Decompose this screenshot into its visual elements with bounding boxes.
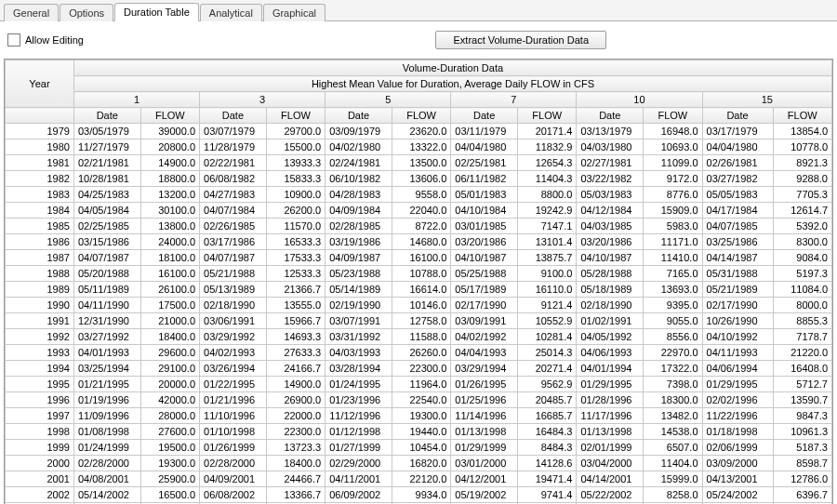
flow-cell: 13933.3 bbox=[266, 155, 325, 171]
flow-cell: 29600.0 bbox=[140, 345, 199, 361]
flow-cell: 20271.4 bbox=[518, 361, 577, 377]
date-cell: 05/17/1989 bbox=[451, 282, 518, 298]
flow-cell: 27633.3 bbox=[266, 345, 325, 361]
date-cell: 04/03/1980 bbox=[577, 139, 644, 155]
date-cell: 02/29/2000 bbox=[326, 456, 392, 471]
checkbox-icon bbox=[7, 33, 20, 46]
flow-header: FLOW bbox=[644, 108, 702, 124]
flow-cell: 22120.0 bbox=[392, 471, 450, 487]
flow-cell: 21000.0 bbox=[140, 313, 199, 329]
flow-cell: 11832.9 bbox=[518, 139, 577, 155]
date-cell: 02/26/1985 bbox=[200, 219, 267, 234]
year-cell: 1997 bbox=[6, 408, 74, 424]
flow-cell: 14128.6 bbox=[518, 456, 577, 471]
flow-cell: 26260.0 bbox=[392, 345, 450, 361]
flow-cell: 8000.0 bbox=[773, 298, 831, 313]
date-cell: 02/28/2000 bbox=[200, 456, 267, 471]
date-cell: 02/27/1981 bbox=[577, 155, 644, 171]
date-cell: 03/06/1991 bbox=[200, 313, 267, 329]
date-cell: 11/17/1996 bbox=[577, 408, 644, 424]
date-cell: 02/18/1990 bbox=[200, 298, 267, 313]
flow-cell: 15966.7 bbox=[266, 313, 325, 329]
date-cell: 01/13/1998 bbox=[451, 424, 518, 440]
flow-cell: 11171.0 bbox=[644, 234, 702, 250]
date-cell: 01/12/1998 bbox=[326, 424, 392, 440]
flow-cell: 13854.0 bbox=[773, 124, 831, 139]
flow-cell: 8484.3 bbox=[518, 440, 577, 456]
flow-cell: 16533.3 bbox=[266, 234, 325, 250]
date-cell: 04/02/1992 bbox=[451, 329, 518, 345]
flow-cell: 29100.0 bbox=[140, 361, 199, 377]
date-cell: 05/11/1989 bbox=[73, 282, 140, 298]
flow-cell: 9558.0 bbox=[392, 187, 450, 203]
allow-editing-checkbox[interactable]: Allow Editing bbox=[7, 33, 84, 46]
flow-cell: 21366.7 bbox=[266, 282, 325, 298]
date-cell: 03/07/1979 bbox=[200, 124, 267, 139]
date-cell: 04/04/1980 bbox=[451, 139, 518, 155]
date-cell: 03/17/1979 bbox=[702, 124, 773, 139]
flow-header: FLOW bbox=[392, 108, 450, 124]
date-cell: 05/21/1988 bbox=[200, 266, 267, 282]
flow-cell: 17533.3 bbox=[266, 250, 325, 266]
date-cell: 04/03/1993 bbox=[326, 345, 392, 361]
year-cell: 1995 bbox=[6, 377, 74, 392]
date-cell: 01/29/1995 bbox=[702, 377, 773, 392]
tab-general[interactable]: General bbox=[4, 4, 59, 21]
date-cell: 05/13/1989 bbox=[200, 282, 267, 298]
year-cell: 1980 bbox=[6, 139, 74, 155]
tab-analytical[interactable]: Analytical bbox=[200, 4, 262, 21]
date-cell: 04/01/1993 bbox=[73, 345, 140, 361]
tab-duration-table[interactable]: Duration Table bbox=[114, 3, 199, 21]
flow-cell: 26200.0 bbox=[266, 203, 325, 219]
date-cell: 11/28/1979 bbox=[200, 139, 267, 155]
flow-cell: 10146.0 bbox=[392, 298, 450, 313]
tab-options[interactable]: Options bbox=[60, 4, 113, 21]
date-cell: 11/12/1996 bbox=[326, 408, 392, 424]
flow-cell: 11570.0 bbox=[266, 219, 325, 234]
duration-header: 5 bbox=[326, 92, 451, 108]
flow-header: FLOW bbox=[773, 108, 831, 124]
date-cell: 05/21/1989 bbox=[702, 282, 773, 298]
date-cell: 02/25/1985 bbox=[73, 219, 140, 234]
date-cell: 05/18/1989 bbox=[577, 282, 644, 298]
flow-cell: 16948.0 bbox=[644, 124, 702, 139]
date-cell: 03/01/1985 bbox=[451, 219, 518, 234]
date-cell: 04/28/1983 bbox=[326, 187, 392, 203]
flow-cell: 25014.3 bbox=[518, 345, 577, 361]
date-cell: 04/05/1992 bbox=[577, 329, 644, 345]
date-cell: 05/25/1988 bbox=[451, 266, 518, 282]
year-cell: 2000 bbox=[6, 456, 74, 471]
flow-cell: 16500.0 bbox=[140, 487, 199, 503]
date-cell: 05/23/1988 bbox=[326, 266, 392, 282]
date-cell: 03/25/1994 bbox=[73, 361, 140, 377]
flow-cell: 13101.4 bbox=[518, 234, 577, 250]
date-cell: 03/09/1991 bbox=[451, 313, 518, 329]
date-cell: 02/02/1996 bbox=[702, 392, 773, 408]
date-header: Date bbox=[200, 108, 267, 124]
year-cell: 1994 bbox=[6, 361, 74, 377]
date-cell: 02/21/1981 bbox=[73, 155, 140, 171]
tab-graphical[interactable]: Graphical bbox=[263, 4, 326, 21]
date-cell: 11/10/1996 bbox=[200, 408, 267, 424]
flow-cell: 26900.0 bbox=[266, 392, 325, 408]
flow-cell: 9121.4 bbox=[518, 298, 577, 313]
date-cell: 04/03/1985 bbox=[577, 219, 644, 234]
flow-cell: 29700.0 bbox=[266, 124, 325, 139]
date-cell: 03/31/1992 bbox=[326, 329, 392, 345]
extract-button[interactable]: Extract Volume-Duration Data bbox=[435, 31, 606, 49]
flow-cell: 24466.7 bbox=[266, 471, 325, 487]
flow-cell: 21220.0 bbox=[773, 345, 831, 361]
date-cell: 02/06/1999 bbox=[702, 440, 773, 456]
date-cell: 03/05/1979 bbox=[73, 124, 140, 139]
flow-cell: 9084.0 bbox=[773, 250, 831, 266]
flow-cell: 15909.0 bbox=[644, 203, 702, 219]
flow-cell: 10454.0 bbox=[392, 440, 450, 456]
date-cell: 11/22/1996 bbox=[702, 408, 773, 424]
flow-cell: 9847.3 bbox=[773, 408, 831, 424]
flow-cell: 28000.0 bbox=[140, 408, 199, 424]
flow-cell: 14693.3 bbox=[266, 329, 325, 345]
flow-cell: 19242.9 bbox=[518, 203, 577, 219]
flow-cell: 5712.7 bbox=[773, 377, 831, 392]
year-cell: 1989 bbox=[6, 282, 74, 298]
flow-cell: 39000.0 bbox=[140, 124, 199, 139]
